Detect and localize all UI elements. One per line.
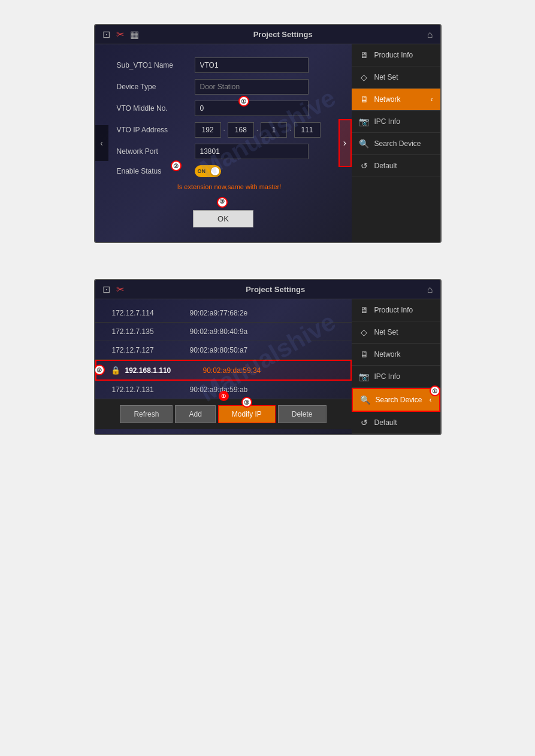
sidebar-item-network-2[interactable]: 🖥 Network: [352, 344, 440, 366]
badge2-panel2: ②: [94, 365, 105, 375]
panel1-wrapper: ⊡ ✂ ▦ Project Settings ⌂ ‹ Sub_VTO1 Name…: [94, 24, 442, 243]
badge1-panel2: ①: [219, 391, 229, 401]
device-mac-1: 90:02:a9:77:68:2e: [190, 309, 248, 317]
sidebar-item-product-info-1[interactable]: 🖥 Product Info: [352, 44, 440, 66]
sidebar-item-network-1[interactable]: 🖥 Network ‹: [352, 89, 440, 111]
sidebar-item-ipc-info-2[interactable]: 📷 IPC Info: [352, 366, 440, 388]
ip-part-1[interactable]: [195, 122, 221, 138]
device-row-3[interactable]: 172.12.7.127 90:02:a9:80:50:a7: [95, 341, 352, 360]
titlebar-icons-2: ⊡ ✂: [102, 284, 124, 295]
nav-right-arrow-1[interactable]: ›: [338, 119, 352, 167]
sidebar-item-product-info-2[interactable]: 🖥 Product Info: [352, 299, 440, 321]
add-button[interactable]: Add: [175, 405, 215, 423]
sidebar-label-network-1: Network: [374, 95, 401, 104]
ipc-icon: 📷: [359, 117, 370, 126]
ip-part-3[interactable]: [261, 122, 287, 138]
sidebar-label-network-2: Network: [374, 350, 401, 359]
device-ip-3: 172.12.7.127: [112, 346, 190, 354]
devicetype-input: [195, 79, 309, 95]
default-icon-1: ↺: [359, 161, 370, 171]
sidebar-label-default-1: Default: [374, 162, 397, 170]
device-mac-3: 90:02:a9:80:50:a7: [190, 346, 248, 354]
panel2: ⊡ ✂ Project Settings ⌂ 172.12.7.114 90:0…: [94, 279, 442, 435]
toggle-switch[interactable]: ON: [195, 165, 221, 177]
search-icon-1: 🔍: [359, 139, 370, 148]
device-icon-4: 🔒: [111, 366, 120, 375]
device-mac-2: 90:02:a9:80:40:9a: [190, 327, 248, 336]
vtoip-label: VTO IP Address: [117, 126, 195, 134]
badge1-sidebar: ①: [430, 385, 440, 396]
form-row-netport: Network Port: [105, 144, 342, 159]
sidebar-item-ipc-info-1[interactable]: 📷 IPC Info: [352, 111, 440, 133]
netset-icon-2: ◇: [359, 327, 370, 337]
sidebar-item-search-device-1[interactable]: 🔍 Search Device: [352, 133, 440, 155]
sidebar-label-search-device-1: Search Device: [374, 139, 421, 148]
bottom-bar: ① Refresh Add ③ Modify IP Delete: [95, 399, 352, 429]
default-icon-2: ↺: [359, 418, 370, 427]
vtomiddle-input[interactable]: [195, 101, 309, 116]
sidebar-item-search-device-2[interactable]: ① 🔍 Search Device ‹: [352, 388, 440, 412]
form-row-devicetype: Device Type: [105, 79, 342, 95]
sidebar-label-product-info-1: Product Info: [374, 51, 413, 59]
badge2: ②: [171, 160, 182, 171]
selected-row-wrapper: ② 🔒 192.168.1.110 90:02:a9:da:59:34: [95, 360, 352, 381]
network-arrow: ‹: [431, 95, 433, 104]
home-icon-1[interactable]: ⌂: [427, 29, 433, 40]
enable-label: Enable Status: [117, 167, 195, 175]
panel1-title: Project Settings: [139, 30, 427, 39]
ip-part-2[interactable]: [228, 122, 254, 138]
device-row-2[interactable]: 172.12.7.135 90:02:a9:80:40:9a: [95, 323, 352, 341]
panel1-body: ‹ Sub_VTO1 Name Device Type VTO Middle N…: [95, 44, 440, 242]
sidebar-1: 🖥 Product Info ◇ Net Set 🖥 Network ‹ 📷 I…: [352, 44, 440, 242]
badge1: ①: [238, 96, 249, 107]
sidebar-label-net-set-1: Net Set: [374, 73, 398, 81]
device-row-4[interactable]: 🔒 192.168.1.110 90:02:a9:da:59:34: [95, 360, 352, 381]
sidebar-item-net-set-1[interactable]: ◇ Net Set: [352, 66, 440, 89]
ipc-icon-2: 📷: [359, 372, 370, 381]
sidebar-item-net-set-2[interactable]: ◇ Net Set: [352, 321, 440, 344]
search-icon-2: 🔍: [360, 395, 371, 405]
netset-icon: ◇: [359, 72, 370, 82]
form-row-subvto: Sub_VTO1 Name: [105, 57, 342, 73]
netport-input[interactable]: [195, 144, 309, 159]
sidebar-item-default-2[interactable]: ↺ Default: [352, 412, 440, 434]
toggle-circle: [211, 167, 219, 175]
device-ip-1: 172.12.7.114: [112, 309, 190, 317]
title-bar-2: ⊡ ✂ Project Settings ⌂: [95, 280, 440, 299]
subvto-input[interactable]: [195, 57, 309, 73]
monitor-icon-2: ⊡: [102, 284, 110, 295]
device-list: 172.12.7.114 90:02:a9:77:68:2e 172.12.7.…: [95, 299, 352, 434]
ip-part-4[interactable]: [294, 122, 321, 138]
device-mac-4: 90:02:a9:da:59:34: [203, 366, 261, 375]
ok-button[interactable]: OK: [193, 210, 253, 227]
netport-label: Network Port: [117, 147, 195, 156]
refresh-button[interactable]: Refresh: [120, 405, 173, 423]
title-bar-1: ⊡ ✂ ▦ Project Settings ⌂: [95, 25, 440, 44]
home-icon-2[interactable]: ⌂: [427, 284, 433, 295]
nav-left-arrow-1[interactable]: ‹: [95, 125, 108, 161]
sidebar-item-default-1[interactable]: ↺ Default: [352, 155, 440, 177]
device-ip-4: 192.168.1.110: [125, 366, 203, 375]
network-icon-2: 🖥: [359, 350, 370, 359]
form-row-vtomiddle: VTO Middle No. ①: [105, 101, 342, 116]
form-row-enable: Enable Status ② ON: [105, 165, 342, 177]
device-ip-5: 172.12.7.131: [112, 385, 190, 394]
sidebar-label-net-set-2: Net Set: [374, 328, 398, 336]
panel2-body: 172.12.7.114 90:02:a9:77:68:2e 172.12.7.…: [95, 299, 440, 434]
scissors-icon-2: ✂: [116, 284, 124, 295]
modify-ip-button[interactable]: Modify IP: [218, 405, 276, 423]
sidebar-label-search-device-2: Search Device: [376, 396, 422, 404]
sidebar-2: 🖥 Product Info ◇ Net Set 🖥 Network 📷 IPC…: [352, 299, 440, 434]
badge3: ③: [217, 197, 228, 208]
monitor-sidebar-icon: 🖥: [359, 50, 370, 60]
delete-button[interactable]: Delete: [278, 405, 327, 423]
sidebar-label-ipc-info-1: IPC Info: [374, 117, 400, 126]
device-mac-5: 90:02:a9:da:59:ab: [190, 385, 248, 394]
sidebar-label-product-info-2: Product Info: [374, 306, 413, 314]
scissors-icon-1: ✂: [116, 29, 124, 40]
device-row-1[interactable]: 172.12.7.114 90:02:a9:77:68:2e: [95, 304, 352, 323]
network-icon: 🖥: [359, 95, 370, 104]
message-text: Is extension now,same with master!: [105, 183, 342, 190]
search-device-arrow: ‹: [430, 396, 432, 404]
content-area-1: ‹ Sub_VTO1 Name Device Type VTO Middle N…: [95, 44, 352, 242]
